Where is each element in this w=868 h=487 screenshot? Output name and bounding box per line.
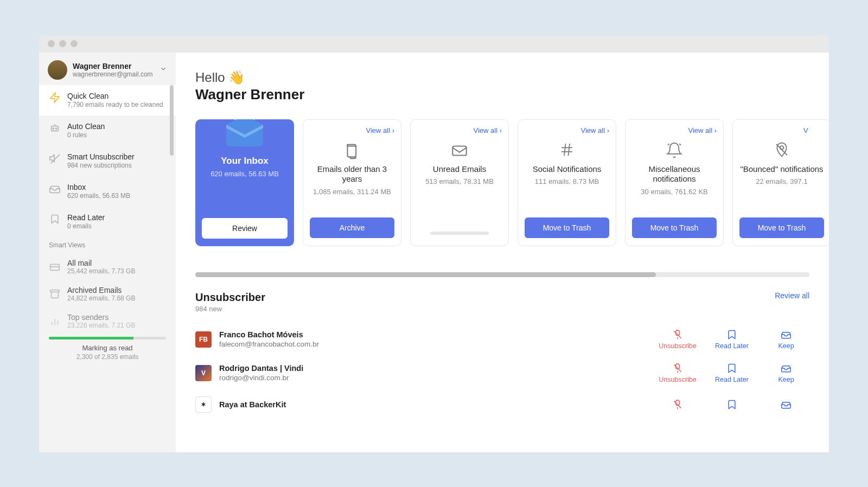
view-all-link[interactable]: V (803, 126, 808, 134)
card-unread-emails: View all › Unread Emails 513 emails, 78.… (410, 119, 509, 246)
profile-email: wagnerbrenner@gmail.com (73, 71, 154, 78)
sender-email: falecom@francobachot.com.br (219, 340, 647, 348)
hash-icon (525, 142, 609, 160)
review-button[interactable]: Review (202, 218, 288, 239)
svg-line-19 (668, 144, 669, 145)
nav-title: Smart Unsubscriber (67, 152, 135, 161)
pin-off-icon (739, 142, 824, 160)
account-switcher[interactable]: Wagner Brenner wagnerbrenner@gmail.com (39, 53, 176, 85)
sender-name: Raya at BackerKit (219, 400, 647, 409)
sidebar-item-archived[interactable]: Archived Emails 24,822 emails, 7.68 GB (39, 280, 176, 307)
unsubscriber-title: Unsubscriber (195, 291, 265, 304)
view-all-link[interactable]: View all › (366, 126, 394, 134)
view-all-link[interactable]: View all › (688, 126, 717, 134)
chevron-down-icon (159, 65, 167, 75)
old-emails-icon (310, 142, 394, 160)
move-to-trash-button[interactable]: Move to Trash (525, 217, 609, 238)
move-to-trash-button[interactable]: Move to Trash (632, 217, 717, 238)
card-your-inbox: ✦ ✦ ✦ Your Inbox 620 (195, 119, 294, 246)
keep-button[interactable] (763, 399, 809, 410)
close-icon[interactable] (48, 40, 55, 47)
zoom-icon[interactable] (71, 40, 78, 47)
nav-title: Read Later (67, 213, 105, 222)
sidebar-item-auto-clean[interactable]: Auto Clean 0 rules (39, 116, 176, 146)
card-sub: 111 emails, 8.73 MB (525, 177, 609, 185)
view-all-link[interactable]: View all › (580, 126, 609, 134)
svg-line-18 (569, 143, 570, 156)
mute-icon (49, 152, 61, 164)
card-bounced-notifications: V "Bounced" notifications 22 emails, 397… (732, 119, 829, 246)
sidebar-item-quick-clean[interactable]: Quick Clean 7,790 emails ready to be cle… (39, 85, 176, 116)
sender-email: rodrigo@vindi.com.br (219, 374, 647, 382)
svg-line-25 (674, 364, 681, 371)
svg-line-27 (674, 401, 681, 408)
svg-point-2 (53, 128, 54, 129)
card-title: Emails older than 3 years (310, 164, 394, 185)
svg-rect-14 (452, 146, 467, 155)
svg-line-20 (679, 144, 681, 145)
move-to-trash-button[interactable]: Move to Trash (739, 217, 824, 238)
svg-line-17 (564, 143, 566, 156)
profile-name: Wagner Brenner (73, 62, 154, 71)
robot-icon (49, 122, 61, 134)
card-title: Miscellaneous notifications (632, 164, 717, 185)
read-later-button[interactable]: Read Later (709, 329, 755, 350)
sidebar-item-all-mail[interactable]: All mail 25,442 emails, 7.73 GB (39, 253, 176, 280)
nav-sub: 7,790 emails ready to be cleaned (67, 100, 163, 109)
app-window: Wagner Brenner wagnerbrenner@gmail.com Q… (39, 35, 829, 452)
nav-sub: 0 rules (67, 131, 105, 139)
sidebar-item-read-later[interactable]: Read Later 0 emails (39, 207, 176, 237)
card-title: "Bounced" notifications (739, 164, 824, 175)
unsubscribe-button[interactable]: Unsubscribe (654, 329, 701, 350)
sv-sub: 23,226 emails, 7.21 GB (67, 322, 135, 329)
sender-name: Franco Bachot Móveis (219, 330, 647, 339)
unsubscribe-button[interactable]: Unsubscribe (654, 363, 701, 383)
progress-label: Marking as read (49, 344, 166, 352)
view-all-link[interactable]: View all › (473, 126, 502, 134)
card-sub: 620 emails, 56.63 MB (202, 170, 288, 178)
card-sub: 30 emails, 761.62 KB (632, 188, 717, 196)
sidebar-item-top-senders[interactable]: Top senders 23,226 emails, 7.21 GB (39, 307, 176, 335)
card-row: ✦ ✦ ✦ Your Inbox 620 (195, 119, 829, 262)
list-item: ✶ Raya at BackerKit (195, 390, 809, 419)
card-misc-notifications: View all › Miscellaneous notifications 3… (625, 119, 724, 246)
sender-name: Rodrigo Dantas | Vindi (219, 364, 647, 373)
minimize-icon[interactable] (59, 40, 66, 47)
bell-icon (632, 142, 717, 160)
envelope-icon (417, 142, 502, 160)
card-sub: 1,085 emails, 311.24 MB (310, 188, 394, 196)
sender-badge: ✶ (195, 396, 212, 413)
avatar (48, 60, 67, 80)
card-title: Social Notifications (525, 164, 609, 175)
sidebar-item-inbox[interactable]: Inbox 620 emails, 56.63 MB (39, 176, 176, 207)
card-title: Your Inbox (202, 155, 288, 166)
read-later-button[interactable] (709, 399, 755, 410)
sidebar-scrollbar[interactable] (170, 85, 174, 156)
bookmark-icon (49, 213, 61, 225)
card-sub: 22 emails, 397.1 (739, 177, 824, 185)
card-sub: 513 emails, 78.31 MB (417, 177, 502, 185)
keep-button[interactable]: Keep (763, 329, 809, 350)
sidebar: Wagner Brenner wagnerbrenner@gmail.com Q… (39, 53, 176, 452)
cards-scrollbar[interactable] (195, 272, 809, 277)
svg-line-23 (674, 331, 681, 338)
progress-bar (49, 337, 166, 339)
keep-button[interactable]: Keep (763, 363, 809, 383)
sender-badge: V (195, 365, 212, 381)
bolt-icon (49, 92, 61, 104)
inbox-icon (49, 183, 61, 195)
sv-title: Top senders (67, 313, 135, 322)
nav-sub: 984 new subscriptions (67, 161, 135, 170)
archive-button[interactable]: Archive (310, 217, 394, 238)
svg-point-3 (56, 128, 57, 129)
unsubscribe-button[interactable] (654, 399, 701, 410)
unread-button-placeholder (417, 229, 502, 238)
card-social-notifications: View all › Social Notifications 111 emai… (518, 119, 616, 246)
nav-title: Quick Clean (67, 92, 163, 100)
svg-rect-8 (50, 290, 60, 292)
sv-sub: 25,442 emails, 7.73 GB (67, 267, 135, 275)
read-later-button[interactable]: Read Later (709, 363, 755, 383)
review-all-link[interactable]: Review all (775, 291, 809, 300)
card-title: Unread Emails (417, 164, 502, 175)
sidebar-item-smart-unsubscriber[interactable]: Smart Unsubscriber 984 new subscriptions (39, 146, 176, 176)
